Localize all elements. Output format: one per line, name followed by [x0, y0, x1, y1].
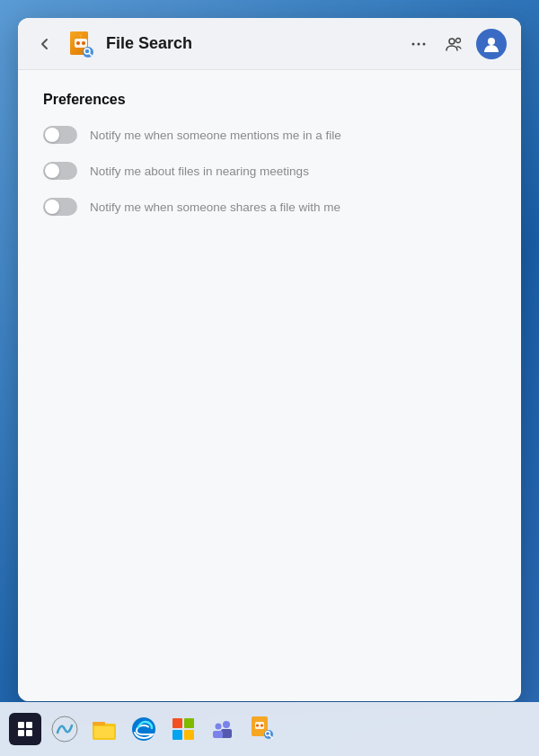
svg-point-4: [82, 41, 85, 45]
svg-point-12: [423, 42, 426, 45]
svg-rect-18: [93, 722, 105, 725]
toggle-notify-mention[interactable]: [43, 126, 77, 144]
taskbar-windows-start[interactable]: [7, 711, 43, 747]
start-button[interactable]: [9, 713, 41, 745]
taskbar-edge[interactable]: [126, 711, 162, 747]
windows-logo: [18, 722, 32, 736]
toggle-label-meetings: Notify me about files in nearing meeting…: [90, 165, 309, 178]
toggle-notify-meetings[interactable]: [43, 162, 77, 180]
taskbar-file-search[interactable]: [244, 711, 280, 747]
people-icon[interactable]: [440, 30, 469, 58]
svg-point-10: [412, 42, 415, 45]
svg-rect-23: [172, 730, 182, 740]
more-options-button[interactable]: [404, 30, 433, 58]
back-button[interactable]: [32, 31, 57, 57]
svg-point-14: [456, 38, 461, 42]
svg-rect-24: [184, 730, 194, 740]
toggle-row-mention: Notify me when someone mentions me in a …: [43, 126, 496, 144]
taskbar-copilot[interactable]: [47, 711, 83, 747]
taskbar-teams[interactable]: [205, 711, 241, 747]
svg-point-15: [488, 38, 495, 45]
app-title: File Search: [106, 34, 404, 53]
toggle-row-meetings: Notify me about files in nearing meeting…: [43, 162, 496, 180]
svg-point-6: [80, 34, 83, 37]
svg-rect-21: [172, 718, 182, 728]
svg-rect-28: [213, 731, 223, 738]
content-area: Preferences Notify me when someone menti…: [18, 70, 521, 701]
svg-point-27: [216, 724, 222, 730]
svg-point-11: [418, 42, 420, 45]
taskbar-file-explorer[interactable]: [86, 711, 122, 747]
taskbar-ms-store[interactable]: [165, 711, 201, 747]
svg-point-32: [261, 725, 263, 727]
title-bar: File Search: [18, 18, 521, 70]
preferences-title: Preferences: [43, 92, 496, 108]
toggle-row-share: Notify me when someone shares a file wit…: [43, 198, 496, 216]
svg-point-25: [223, 721, 230, 728]
svg-point-3: [76, 41, 80, 45]
toggle-notify-share[interactable]: [43, 198, 77, 216]
taskbar: [0, 702, 539, 756]
app-icon: [65, 28, 97, 60]
app-window: File Search: [18, 18, 521, 701]
title-actions: [404, 29, 507, 59]
svg-rect-19: [94, 726, 114, 738]
toggle-label-share: Notify me when someone shares a file wit…: [90, 200, 340, 214]
svg-point-13: [449, 39, 455, 44]
user-avatar[interactable]: [476, 29, 507, 59]
toggle-label-mention: Notify me when someone mentions me in a …: [90, 129, 341, 142]
svg-rect-22: [184, 718, 194, 728]
svg-point-31: [256, 725, 259, 727]
